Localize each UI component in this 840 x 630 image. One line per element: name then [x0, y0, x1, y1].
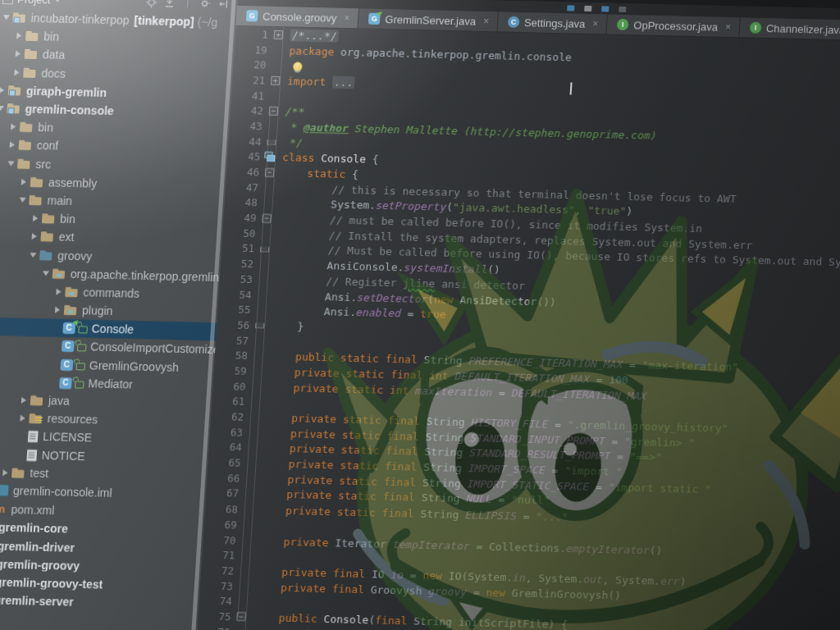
chevron-right-icon[interactable] — [28, 233, 42, 240]
line-number[interactable]: 52 — [221, 258, 258, 271]
fold-gutter[interactable]: − — [234, 609, 249, 624]
chevron-right-icon[interactable] — [12, 33, 26, 39]
split-icon[interactable] — [601, 6, 609, 11]
line-number[interactable]: 59 — [213, 364, 250, 377]
locate-icon[interactable] — [146, 0, 158, 7]
fold-expand-icon[interactable]: + — [271, 76, 281, 85]
grid-icon[interactable] — [584, 5, 591, 11]
chevron-right-icon[interactable] — [51, 307, 65, 313]
chevron-down-icon[interactable] — [39, 271, 52, 276]
chevron-right-icon[interactable] — [6, 142, 20, 148]
fold-gutter[interactable] — [258, 241, 273, 257]
fold-gutter[interactable] — [253, 317, 268, 333]
tab-gremlinserver-java[interactable]: GGremlinServer.java× — [358, 8, 499, 31]
line-number[interactable]: 20 — [233, 58, 270, 71]
line-number[interactable]: 72 — [201, 564, 238, 577]
line-number[interactable]: 75 — [198, 609, 235, 623]
chevron-right-icon[interactable] — [0, 469, 12, 476]
line-number[interactable]: 71 — [202, 548, 239, 561]
chevron-right-icon[interactable] — [29, 215, 43, 221]
fold-gutter[interactable] — [263, 149, 279, 165]
fold-gutter[interactable] — [254, 287, 270, 303]
fold-gutter[interactable]: − — [266, 103, 281, 119]
line-number[interactable]: 50 — [222, 226, 259, 240]
chevron-down-icon[interactable] — [0, 15, 13, 20]
chevron-down-icon[interactable] — [55, 0, 62, 2]
line-number[interactable]: 70 — [203, 533, 240, 546]
close-icon[interactable]: × — [592, 18, 599, 30]
line-number[interactable]: 41 — [231, 89, 268, 102]
fold-gutter[interactable] — [242, 486, 258, 502]
chevron-right-icon[interactable] — [16, 415, 30, 422]
tab-channelizer-java[interactable]: IChannelizer.java× — [739, 17, 840, 40]
close-icon[interactable]: × — [344, 12, 350, 24]
close-icon[interactable]: × — [483, 16, 490, 27]
bookmark-icon[interactable] — [619, 6, 626, 11]
hide-icon[interactable] — [218, 0, 230, 9]
fold-gutter[interactable] — [253, 303, 269, 318]
fold-gutter[interactable] — [249, 363, 265, 379]
fold-gutter[interactable] — [261, 180, 276, 196]
fold-gutter[interactable] — [260, 195, 276, 211]
lightbulb-icon[interactable] — [293, 62, 303, 71]
code-editor[interactable]: 1+/*...*/19package org.apache.tinkerpop.… — [194, 26, 840, 630]
line-number[interactable]: 61 — [212, 395, 249, 409]
line-number[interactable]: 73 — [199, 579, 236, 592]
fold-gutter[interactable] — [233, 624, 249, 630]
line-number[interactable]: 66 — [207, 472, 244, 485]
chevron-right-icon[interactable] — [7, 124, 21, 130]
chevron-down-icon[interactable] — [26, 252, 39, 257]
line-number[interactable]: 51 — [221, 242, 258, 255]
line-number[interactable]: 1 — [235, 28, 272, 41]
fold-gutter[interactable] — [235, 593, 250, 609]
line-number[interactable]: 65 — [208, 456, 244, 469]
chevron-right-icon[interactable] — [11, 51, 25, 57]
line-number[interactable]: 42 — [230, 104, 267, 117]
fold-gutter[interactable] — [270, 43, 285, 58]
line-number[interactable]: 63 — [209, 426, 246, 439]
fold-gutter[interactable] — [246, 409, 262, 425]
line-number[interactable]: 44 — [228, 135, 265, 148]
panel-icon[interactable] — [567, 5, 574, 11]
chevron-right-icon[interactable] — [17, 397, 31, 404]
fold-gutter[interactable] — [269, 57, 285, 73]
fold-gutter[interactable] — [238, 547, 253, 563]
line-number[interactable]: 54 — [218, 288, 255, 301]
line-number[interactable]: 62 — [211, 410, 248, 423]
line-number[interactable]: 69 — [203, 518, 240, 531]
line-number[interactable]: 57 — [216, 334, 253, 347]
fold-gutter[interactable] — [239, 532, 254, 548]
chevron-right-icon[interactable] — [0, 87, 8, 94]
line-number[interactable]: 74 — [199, 594, 235, 607]
line-number[interactable]: 53 — [219, 272, 256, 285]
line-number[interactable]: 49 — [223, 212, 260, 225]
line-number[interactable]: 67 — [206, 487, 243, 500]
line-number[interactable]: 43 — [229, 120, 266, 133]
fold-gutter[interactable]: + — [268, 73, 284, 89]
line-number[interactable]: 45 — [227, 150, 264, 163]
fold-gutter[interactable] — [264, 135, 280, 150]
fold-gutter[interactable] — [258, 226, 274, 242]
gear-icon[interactable] — [200, 0, 212, 9]
line-number[interactable]: 55 — [217, 304, 254, 317]
fold-gutter[interactable] — [265, 119, 281, 135]
tab-console-groovy[interactable]: GConsole.groovy× — [235, 6, 359, 28]
chevron-down-icon[interactable] — [4, 161, 17, 166]
close-icon[interactable]: × — [725, 21, 732, 33]
fold-gutter[interactable] — [255, 272, 271, 288]
line-number[interactable]: 19 — [234, 43, 271, 56]
line-number[interactable]: 48 — [224, 196, 261, 209]
fold-gutter[interactable] — [243, 471, 258, 486]
chevron-right-icon[interactable] — [52, 289, 66, 295]
fold-expand-icon[interactable]: + — [273, 30, 283, 39]
chevron-down-icon[interactable] — [16, 198, 29, 203]
fold-gutter[interactable] — [244, 441, 260, 456]
line-number[interactable]: 47 — [225, 180, 262, 194]
line-number[interactable]: 76 — [197, 625, 234, 630]
chevron-right-icon[interactable] — [10, 69, 24, 75]
chevron-right-icon[interactable] — [17, 178, 31, 185]
tab-settings-java[interactable]: CSettings.java× — [497, 11, 608, 34]
collapse-all-icon[interactable] — [164, 0, 176, 8]
line-number[interactable]: 64 — [208, 441, 245, 454]
fold-gutter[interactable] — [240, 517, 255, 532]
